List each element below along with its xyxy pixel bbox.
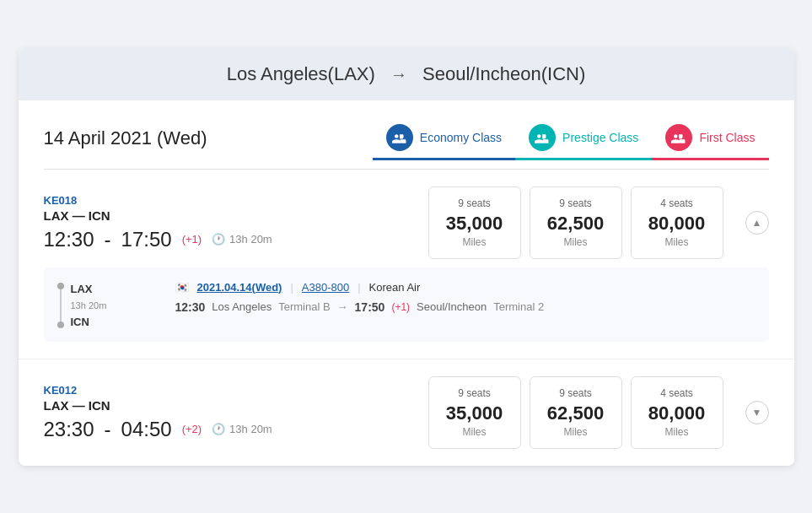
flight-number-1: KE012	[44, 384, 415, 397]
flight-route-0: LAX — ICN	[44, 208, 415, 223]
seat-count-1-1: 9 seats	[544, 387, 608, 399]
date-row: 14 April 2021 (Wed) Economy Class Pres	[19, 100, 794, 169]
detail-dep-terminal: Terminal B	[278, 300, 330, 313]
seat-card-0-first[interactable]: 4 seats 80,000 Miles	[631, 186, 723, 259]
flight-main-row-0: KE018 LAX — ICN 12:30 - 17:50 (+1) 🕐 13h…	[44, 186, 769, 259]
detail-dep-time: 12:30	[175, 300, 206, 314]
flight-block-1: KE012 LAX — ICN 23:30 - 04:50 (+2) 🕐 13h…	[19, 359, 794, 466]
detail-icn: ICN	[71, 316, 107, 328]
seat-miles-label-0-1: Miles	[544, 236, 608, 248]
detail-arr-terminal: Terminal 2	[493, 300, 544, 313]
flight-duration-0: 🕐 13h 20m	[212, 233, 272, 246]
economy-tab-icon	[386, 124, 413, 151]
detail-flight-info-0: 🇰🇷 2021.04.14(Wed) | A380-800 | Korean A…	[175, 281, 756, 314]
seat-miles-0-0: 35,000	[443, 213, 507, 235]
economy-tab-label: Economy Class	[420, 131, 502, 144]
flight-route-1: LAX — ICN	[44, 398, 415, 413]
detail-arr-arrow: →	[337, 300, 348, 313]
route-header: Los Angeles(LAX) → Seoul/Incheon(ICN)	[19, 48, 794, 100]
detail-time-row-0: 12:30 Los Angeles Terminal B → 17:50 (+1…	[175, 300, 756, 314]
flight-separator-0: -	[105, 228, 111, 251]
seat-count-1-2: 4 seats	[645, 387, 709, 399]
flight-daydiff-1: (+2)	[182, 423, 202, 435]
seat-miles-0-1: 62,500	[544, 213, 608, 235]
flight-info-0: KE018 LAX — ICN 12:30 - 17:50 (+1) 🕐 13h…	[44, 194, 415, 251]
main-card: Los Angeles(LAX) → Seoul/Incheon(ICN) 14…	[19, 48, 794, 466]
clock-icon-1: 🕐	[212, 423, 225, 435]
seat-card-0-prestige[interactable]: 9 seats 62,500 Miles	[530, 186, 622, 259]
seat-miles-label-0-0: Miles	[443, 236, 507, 248]
flight-duration-1: 🕐 13h 20m	[212, 423, 272, 435]
tab-first[interactable]: First Class	[652, 117, 768, 160]
route-arrow-icon: →	[390, 65, 407, 84]
detail-header-row-0: 🇰🇷 2021.04.14(Wed) | A380-800 | Korean A…	[175, 281, 756, 294]
seat-miles-label-1-2: Miles	[645, 426, 709, 438]
first-tab-label: First Class	[699, 131, 755, 144]
detail-lax: LAX	[71, 283, 107, 295]
origin-text: Los Angeles(LAX)	[227, 63, 375, 84]
seat-miles-1-1: 62,500	[544, 402, 608, 424]
seat-miles-label-1-0: Miles	[443, 426, 507, 438]
flight-time-row-0: 12:30 - 17:50 (+1) 🕐 13h 20m	[44, 228, 415, 251]
flight-separator-1: -	[105, 418, 111, 441]
flight-time-row-1: 23:30 - 04:50 (+2) 🕐 13h 20m	[44, 418, 415, 441]
destination-text: Seoul/Incheon(ICN)	[422, 63, 585, 84]
flight-arrival-0: 17:50	[121, 228, 172, 251]
seat-cards-0: 9 seats 35,000 Miles 9 seats 62,500 Mile…	[428, 186, 723, 259]
class-tabs: Economy Class Prestige Class First C	[373, 117, 769, 160]
seat-card-1-first[interactable]: 4 seats 80,000 Miles	[631, 376, 723, 449]
detail-dep-city: Los Angeles	[212, 300, 272, 313]
first-tab-icon	[665, 124, 692, 151]
detail-flight-num[interactable]: 2021.04.14(Wed)	[197, 281, 282, 294]
date-label: 14 April 2021 (Wed)	[44, 127, 207, 149]
flight-departure-1: 23:30	[44, 418, 94, 441]
flight-info-1: KE012 LAX — ICN 23:30 - 04:50 (+2) 🕐 13h…	[44, 384, 415, 441]
seat-count-0-0: 9 seats	[443, 197, 507, 209]
duration-text-1: 13h 20m	[229, 423, 272, 435]
detail-airline: Korean Air	[369, 281, 421, 294]
seat-cards-1: 9 seats 35,000 Miles 9 seats 62,500 Mile…	[428, 376, 723, 449]
flight-main-row-1: KE012 LAX — ICN 23:30 - 04:50 (+2) 🕐 13h…	[44, 376, 769, 449]
tab-economy[interactable]: Economy Class	[373, 117, 515, 160]
seat-miles-1-2: 80,000	[645, 402, 709, 424]
flight-departure-0: 12:30	[44, 228, 94, 251]
seat-miles-label-1-1: Miles	[544, 426, 608, 438]
flight-arrival-1: 04:50	[121, 418, 172, 441]
detail-arr-city: Seoul/Incheon	[417, 300, 487, 313]
expand-btn-0[interactable]: ▲	[745, 211, 769, 235]
duration-text-0: 13h 20m	[229, 233, 272, 246]
detail-flag: 🇰🇷	[175, 281, 189, 294]
seat-card-1-economy[interactable]: 9 seats 35,000 Miles	[428, 376, 521, 449]
expand-icon-0: ▲	[752, 217, 762, 229]
prestige-tab-label: Prestige Class	[562, 131, 638, 144]
seat-card-0-economy[interactable]: 9 seats 35,000 Miles	[428, 186, 521, 259]
seat-count-0-2: 4 seats	[645, 197, 709, 209]
seat-miles-label-0-2: Miles	[645, 236, 709, 248]
flight-number-0: KE018	[44, 194, 415, 207]
seat-count-1-0: 9 seats	[443, 387, 507, 399]
seat-count-0-1: 9 seats	[544, 197, 608, 209]
detail-duration: 13h 20m	[71, 300, 107, 310]
detail-aircraft[interactable]: A380-800	[302, 281, 349, 294]
expand-icon-1: ▼	[752, 407, 762, 418]
flight-detail-0: LAX 13h 20m ICN 🇰🇷 2021.04.14(Wed) | A38…	[44, 267, 769, 342]
prestige-tab-icon	[529, 124, 556, 151]
tab-prestige[interactable]: Prestige Class	[515, 117, 652, 160]
expand-btn-1[interactable]: ▼	[745, 401, 769, 424]
seat-miles-0-2: 80,000	[645, 213, 709, 235]
detail-arr-daydiff: (+1)	[391, 301, 410, 313]
flight-block-0: KE018 LAX — ICN 12:30 - 17:50 (+1) 🕐 13h…	[19, 170, 794, 359]
detail-arr-time: 17:50	[355, 300, 385, 314]
seat-card-1-prestige[interactable]: 9 seats 62,500 Miles	[530, 376, 622, 449]
clock-icon-0: 🕐	[212, 233, 225, 246]
seat-miles-1-0: 35,000	[443, 402, 507, 424]
flight-daydiff-0: (+1)	[182, 233, 202, 246]
